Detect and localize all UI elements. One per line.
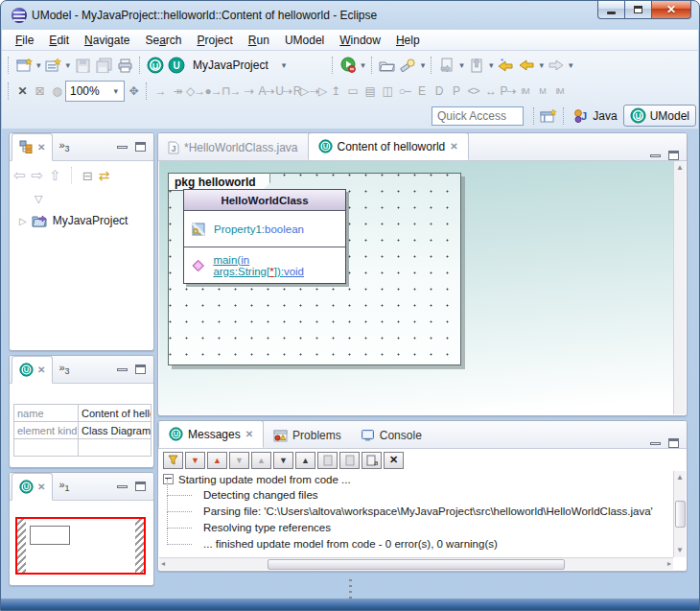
menu-help[interactable]: Help xyxy=(388,32,428,49)
generate-documentation-icon[interactable]: ◍ xyxy=(48,82,65,101)
forward-dropdown[interactable]: ▾ xyxy=(569,60,573,70)
message-child-row[interactable]: Resolving type references xyxy=(159,520,673,536)
code-element-icon[interactable]: <> xyxy=(465,82,482,101)
minimize-button[interactable] xyxy=(597,1,625,19)
messages-list[interactable]: Starting update model from code ... Dete… xyxy=(159,471,673,557)
scroll-up-icon[interactable]: ▲ xyxy=(676,473,684,482)
model-tree-tab[interactable]: ✕ xyxy=(12,133,53,161)
properties-tab[interactable]: U ✕ xyxy=(12,356,53,384)
new-wizard-dropdown[interactable]: ▾ xyxy=(36,60,41,70)
perspective-umodel-button[interactable]: U UModel xyxy=(623,105,696,127)
table-row[interactable]: name Content of helloworld xyxy=(14,405,152,422)
tab-problems[interactable]: Problems xyxy=(264,422,351,448)
close-tab-icon[interactable]: ✕ xyxy=(450,141,457,152)
quick-access-input[interactable] xyxy=(432,106,524,126)
annotation-icon[interactable]: ↔ xyxy=(482,82,500,101)
dependency-icon[interactable]: ⇢ xyxy=(241,82,258,101)
more-views-indicator[interactable]: »3 xyxy=(58,362,69,376)
perspective-java-button[interactable]: J Java xyxy=(568,106,622,126)
update-code-from-model-button[interactable] xyxy=(466,55,487,76)
minimize-view-icon[interactable] xyxy=(650,442,661,445)
scrollbar-thumb[interactable] xyxy=(268,559,566,570)
interface-realization-icon[interactable]: U⇢ xyxy=(275,82,292,101)
collapse-expander-icon[interactable] xyxy=(163,474,174,484)
copy-button[interactable] xyxy=(317,452,338,469)
crop-diagram-icon[interactable]: ⊠ xyxy=(31,82,48,101)
association-icon[interactable]: → xyxy=(152,82,169,101)
interface-icon[interactable]: ○– xyxy=(396,82,413,101)
clear-button[interactable]: ✕ xyxy=(384,452,404,469)
aggregation-icon[interactable]: ◇→ xyxy=(186,82,204,101)
next-warning-button[interactable]: ▼ xyxy=(229,452,249,469)
menu-umodel[interactable]: UModel xyxy=(277,32,332,49)
close-tab-icon[interactable]: ✕ xyxy=(245,429,253,439)
tab-messages[interactable]: U Messages ✕ xyxy=(158,420,264,448)
maximize-button[interactable] xyxy=(625,1,652,19)
minimize-view-icon[interactable] xyxy=(117,146,128,149)
message-child-row[interactable]: ... finished update model from code - 0 … xyxy=(159,536,673,552)
close-view-icon[interactable]: ✕ xyxy=(37,142,45,153)
zoom-combo[interactable]: 100% ▾ xyxy=(65,81,125,102)
primitive-type-icon[interactable]: P xyxy=(448,82,465,101)
forward-button[interactable] xyxy=(546,55,567,76)
scroll-right-icon[interactable]: ▸ xyxy=(667,559,671,569)
menu-search[interactable]: Search xyxy=(137,32,189,49)
messages-horizontal-scrollbar[interactable]: ◂ ▸ xyxy=(159,557,673,570)
editor-tab-helloworldclass[interactable]: J *HelloWorldClass.java xyxy=(158,134,308,160)
association-class-icon[interactable]: ⊓→ xyxy=(222,82,240,101)
copy-all-button[interactable] xyxy=(339,452,360,469)
more-views-indicator[interactable]: »1 xyxy=(58,479,69,493)
close-view-icon[interactable]: ✕ xyxy=(37,482,45,492)
new-umodel-element-button[interactable] xyxy=(43,55,64,76)
next-message-button[interactable]: ▼ xyxy=(273,452,293,469)
message-child-row[interactable]: Parsing file: 'C:\Users\altova\workspace… xyxy=(159,504,673,520)
message-child-row[interactable]: Detecting changed files xyxy=(159,487,673,504)
diagram-page[interactable]: pkg helloworld HelloWorldClass Property1… xyxy=(168,173,461,365)
copy-filtered-button[interactable]: a xyxy=(362,452,382,469)
previous-error-button[interactable]: ▲ xyxy=(207,452,227,469)
import-model-2-icon[interactable]: IM xyxy=(551,82,569,101)
messages-vertical-scrollbar[interactable]: ▲ ▼ xyxy=(673,471,686,557)
minimize-editor-icon[interactable] xyxy=(650,154,661,157)
search-button[interactable] xyxy=(398,55,419,76)
tree-item-myjavaproject[interactable]: ▷ MyJavaProject xyxy=(19,214,128,227)
editor-tab-content-of-helloworld[interactable]: U Content of helloworld ✕ xyxy=(308,132,469,160)
class-icon[interactable]: ▤ xyxy=(362,82,379,101)
realization-icon[interactable]: R▷ xyxy=(292,82,310,101)
import-model-1-icon[interactable]: IM xyxy=(517,82,534,101)
open-resource-button[interactable] xyxy=(377,55,398,76)
update-code-dropdown[interactable]: ▾ xyxy=(489,60,494,70)
table-row[interactable]: element kind Class Diagram xyxy=(14,422,152,439)
new-wizard-button[interactable] xyxy=(13,55,35,76)
composition-icon[interactable]: ●→ xyxy=(204,82,222,101)
tree-back-icon[interactable]: ⇦ xyxy=(13,167,26,184)
save-all-button[interactable] xyxy=(93,55,114,76)
view-pulldown-icon[interactable]: ▽ xyxy=(35,193,42,205)
print-button[interactable] xyxy=(114,55,135,76)
datatype-icon[interactable]: D xyxy=(431,82,448,101)
next-error-button[interactable]: ▼ xyxy=(185,452,205,469)
maximize-view-icon[interactable] xyxy=(135,482,146,491)
menu-edit[interactable]: Edit xyxy=(41,32,77,49)
run-button[interactable] xyxy=(338,55,359,76)
close-view-icon[interactable]: ✕ xyxy=(37,364,45,375)
back-dropdown[interactable]: ▾ xyxy=(539,60,544,70)
editor-vertical-scrollbar[interactable]: ▲ xyxy=(673,161,686,414)
project-combo[interactable]: MyJavaProject ▾ xyxy=(187,59,293,72)
menu-project[interactable]: Project xyxy=(189,32,240,49)
previous-warning-button[interactable]: ▲ xyxy=(251,452,271,469)
link-with-editor-icon[interactable]: ⇄ xyxy=(99,168,110,183)
delete-icon[interactable]: ✕ xyxy=(13,82,31,101)
maximize-view-icon[interactable] xyxy=(135,364,146,374)
diagram-canvas[interactable]: pkg helloworld HelloWorldClass Property1… xyxy=(159,161,673,414)
save-button[interactable] xyxy=(72,55,93,76)
title-bar[interactable]: UModel - MyJavaProject::helloworld::Cont… xyxy=(1,1,699,30)
scrollbar-thumb[interactable] xyxy=(675,501,686,528)
scroll-down-icon[interactable]: ▼ xyxy=(676,546,684,555)
pan-mode-icon[interactable]: ✥ xyxy=(125,82,142,101)
class-name-header[interactable]: HelloWorldClass xyxy=(184,190,345,211)
tree-forward-icon[interactable]: ⇨ xyxy=(32,167,44,184)
run-dropdown[interactable]: ▾ xyxy=(361,60,365,70)
maximize-view-icon[interactable] xyxy=(668,438,679,448)
minimize-view-icon[interactable] xyxy=(117,368,128,371)
